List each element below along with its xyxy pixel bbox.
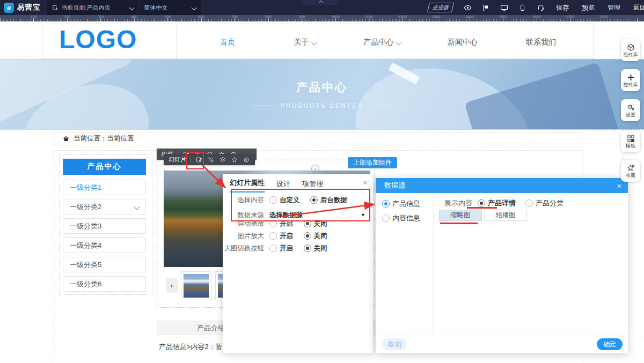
banner-subtitle: PRODUCTS CENTER <box>0 102 644 109</box>
manage-button[interactable]: 管理 <box>602 0 626 15</box>
close-icon[interactable]: × <box>363 179 368 187</box>
toolbar-label: 控件库 <box>624 83 638 87</box>
nav-label: 联系我们 <box>526 38 556 47</box>
datasource-select[interactable]: 选择数据源 <box>269 211 303 220</box>
favorites-button[interactable]: 收藏 <box>621 160 640 182</box>
component-library-button[interactable]: 组件库 <box>621 39 640 61</box>
radio-option-off[interactable]: 关闭 <box>304 232 327 241</box>
eye-icon[interactable] <box>459 0 475 15</box>
sidebar-title: 产品中心 <box>63 159 146 175</box>
nav-item-news[interactable]: 新闻中心 <box>448 38 478 47</box>
support-icon[interactable] <box>532 0 548 15</box>
chevron-up-icon <box>319 1 323 5</box>
radio-option-custom[interactable]: 自定义 <box>269 196 299 205</box>
sidebar-item-category6[interactable]: 一级分类6 <box>63 276 146 292</box>
edit-icon[interactable] <box>195 156 203 164</box>
radio-icon <box>310 196 318 204</box>
radio-label: 后台数据 <box>320 196 347 205</box>
eye-icon[interactable] <box>243 156 250 164</box>
sidebar-item-label: 一级分类1 <box>70 183 101 192</box>
thumbnail-1[interactable] <box>181 271 211 300</box>
carousel-view-button[interactable]: 轮播图 <box>484 210 527 221</box>
chevron-down-icon <box>311 40 317 45</box>
ruler-label: 1100 <box>365 15 373 19</box>
guides-icon[interactable] <box>478 0 494 15</box>
radio-option-product-detail[interactable]: 产品详情 <box>478 198 516 208</box>
cancel-button[interactable]: 取消 <box>382 338 407 350</box>
save-button[interactable]: 保存 <box>551 0 574 15</box>
sidebar-item-label: 一级分类6 <box>70 279 101 289</box>
tab-slideshow-properties[interactable]: 幻灯片属性 <box>230 178 265 192</box>
thumbnail-view-button[interactable]: 缩略图 <box>439 210 482 221</box>
tab-item-manage[interactable]: 项管理 <box>302 179 323 192</box>
collapse-toolbar-tab[interactable] <box>302 0 340 5</box>
back-button[interactable]: 返回 <box>628 0 644 15</box>
radio-option-on[interactable]: 开启 <box>269 219 293 228</box>
radio-option-off[interactable]: 关闭 <box>304 244 327 253</box>
layers-icon[interactable] <box>219 156 226 164</box>
ruler-label: 1200 <box>398 15 407 19</box>
thumbnail-prev-button[interactable]: ‹ <box>166 278 178 293</box>
close-icon[interactable]: × <box>617 182 621 190</box>
nav-item-about[interactable]: 关于 <box>294 38 316 47</box>
ruler: 1002003004005006007008009001000110012001… <box>0 15 644 21</box>
radio-icon <box>525 199 533 207</box>
decor-line <box>371 106 394 106</box>
ruler-label: 1600 <box>532 15 541 19</box>
confirm-button[interactable]: 确定 <box>597 338 623 350</box>
ruler-label: 400 <box>131 15 137 19</box>
sidebar-item-category2[interactable]: 一级分类2 <box>63 199 146 214</box>
nav-item-contact[interactable]: 联系我们 <box>526 38 556 47</box>
language-dropdown[interactable]: 简体中文 <box>140 0 201 15</box>
radio-option-on[interactable]: 开启 <box>269 232 293 241</box>
radio-option-product-info[interactable]: 产品信息 <box>382 199 420 209</box>
sidebar-item-label: 一级分类2 <box>70 202 101 212</box>
radio-icon <box>304 232 311 240</box>
radio-option-off[interactable]: 关闭 <box>304 219 327 228</box>
sidebar-item-category5[interactable]: 一级分类5 <box>63 257 146 272</box>
sidebar-item-category3[interactable]: 一级分类3 <box>63 218 146 234</box>
radio-option-content-info[interactable]: 内容信息 <box>382 213 420 223</box>
radio-option-backend-data[interactable]: 后台数据 <box>310 196 347 205</box>
settings-button[interactable]: 设置 <box>621 99 640 121</box>
dialog-tabs: 幻灯片属性 设计 项管理 <box>223 174 373 192</box>
divider <box>191 157 191 162</box>
control-library-button[interactable]: 控件库 <box>621 69 640 91</box>
field-label: 大图切换按钮 <box>223 244 264 253</box>
percent-icon[interactable] <box>207 156 215 164</box>
nav-item-home[interactable]: 首页 <box>220 38 235 47</box>
desktop-icon[interactable] <box>496 0 512 15</box>
mobile-icon[interactable] <box>514 0 530 15</box>
caret-down-icon[interactable]: ▼ <box>361 212 365 218</box>
radio-icon <box>269 220 277 227</box>
app-brand: e 易营宝 <box>0 3 47 13</box>
breadcrumb: 当前位置：当前位置 <box>54 132 582 145</box>
radio-icon <box>382 214 390 222</box>
radio-option-on[interactable]: 开启 <box>269 244 293 253</box>
cube-icon <box>627 43 635 51</box>
plus-icon <box>627 73 635 82</box>
current-page-dropdown[interactable]: 当前页面:产品内页 <box>47 0 138 15</box>
templates-button[interactable]: 模板 <box>621 130 640 152</box>
tab-design[interactable]: 设计 <box>276 179 290 192</box>
radio-option-product-category[interactable]: 产品分类 <box>525 198 564 208</box>
ruler-label: 200 <box>64 15 70 19</box>
chevron-down-icon <box>134 204 140 210</box>
nav-item-products[interactable]: 产品中心 <box>364 38 401 47</box>
sidebar-item-category1[interactable]: 一级分类1 <box>63 180 146 195</box>
display-content-row: 展示内容 产品详情 产品分类 <box>444 198 573 208</box>
star-icon[interactable] <box>231 156 238 164</box>
radio-label: 关闭 <box>314 219 327 228</box>
app-logo-icon: e <box>4 3 14 13</box>
nav-label: 关于 <box>294 38 309 47</box>
ruler-label: 500 <box>165 15 171 19</box>
topbar-actions: 企业版 保存 预览 管理 返回 <box>428 0 644 15</box>
radio-icon <box>269 245 277 252</box>
add-component-button[interactable]: 上部添加组件 <box>348 157 397 168</box>
info-icon[interactable]: i <box>311 165 319 173</box>
slideshow-properties-dialog: 幻灯片属性 设计 项管理 × 选择内容 自定义 后台数据 数据来源 选择数据源 … <box>223 174 373 353</box>
preview-button[interactable]: 预览 <box>576 0 600 15</box>
sidebar-item-category4[interactable]: 一级分类4 <box>63 238 146 253</box>
slideshow-toolbar: 幻灯片 <box>164 154 255 165</box>
field-label: 展示内容 <box>444 198 472 208</box>
